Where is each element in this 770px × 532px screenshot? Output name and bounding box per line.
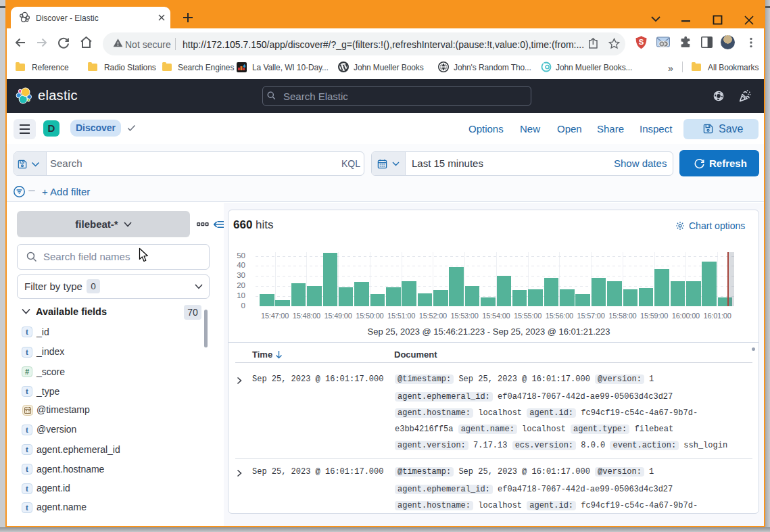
- svg-text:S: S: [639, 38, 644, 46]
